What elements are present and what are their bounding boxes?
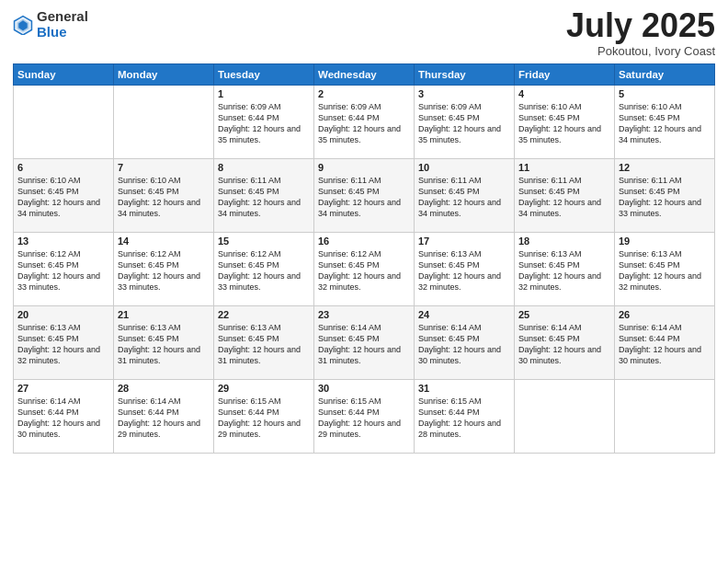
day-number: 20	[17, 309, 109, 320]
page: General Blue July 2025 Pokoutou, Ivory C…	[0, 0, 728, 563]
calendar-cell: 27Sunrise: 6:14 AM Sunset: 6:44 PM Dayli…	[14, 380, 114, 454]
calendar-week-2: 6Sunrise: 6:10 AM Sunset: 6:45 PM Daylig…	[14, 159, 715, 233]
calendar-week-4: 20Sunrise: 6:13 AM Sunset: 6:45 PM Dayli…	[14, 306, 715, 380]
cell-details: Sunrise: 6:13 AM Sunset: 6:45 PM Dayligh…	[518, 248, 610, 293]
day-number: 8	[218, 162, 310, 173]
cell-details: Sunrise: 6:13 AM Sunset: 6:45 PM Dayligh…	[17, 322, 109, 367]
day-number: 4	[518, 88, 610, 99]
day-number: 10	[418, 162, 510, 173]
cell-details: Sunrise: 6:11 AM Sunset: 6:45 PM Dayligh…	[518, 175, 610, 220]
cell-details: Sunrise: 6:14 AM Sunset: 6:45 PM Dayligh…	[318, 322, 410, 367]
calendar-header-thursday: Thursday	[415, 64, 515, 86]
calendar-cell: 17Sunrise: 6:13 AM Sunset: 6:45 PM Dayli…	[415, 233, 515, 306]
calendar-cell: 22Sunrise: 6:13 AM Sunset: 6:45 PM Dayli…	[214, 306, 314, 380]
cell-details: Sunrise: 6:14 AM Sunset: 6:44 PM Dayligh…	[619, 322, 711, 367]
calendar-cell: 10Sunrise: 6:11 AM Sunset: 6:45 PM Dayli…	[415, 159, 515, 233]
calendar-cell: 19Sunrise: 6:13 AM Sunset: 6:45 PM Dayli…	[615, 233, 715, 306]
cell-details: Sunrise: 6:09 AM Sunset: 6:44 PM Dayligh…	[318, 101, 410, 146]
cell-details: Sunrise: 6:11 AM Sunset: 6:45 PM Dayligh…	[318, 175, 410, 220]
cell-details: Sunrise: 6:13 AM Sunset: 6:45 PM Dayligh…	[418, 248, 510, 293]
cell-details: Sunrise: 6:12 AM Sunset: 6:45 PM Dayligh…	[218, 248, 310, 293]
logo-general: General	[37, 8, 88, 24]
calendar-cell: 24Sunrise: 6:14 AM Sunset: 6:45 PM Dayli…	[415, 306, 515, 380]
logo-icon	[13, 15, 33, 35]
cell-details: Sunrise: 6:10 AM Sunset: 6:45 PM Dayligh…	[17, 175, 109, 220]
day-number: 30	[318, 383, 410, 394]
calendar-cell: 25Sunrise: 6:14 AM Sunset: 6:45 PM Dayli…	[515, 306, 615, 380]
calendar-header-sunday: Sunday	[14, 64, 114, 86]
cell-details: Sunrise: 6:14 AM Sunset: 6:45 PM Dayligh…	[418, 322, 510, 367]
calendar-cell: 26Sunrise: 6:14 AM Sunset: 6:44 PM Dayli…	[615, 306, 715, 380]
title-location: Pokoutou, Ivory Coast	[566, 44, 715, 58]
day-number: 28	[118, 383, 210, 394]
day-number: 27	[17, 383, 109, 394]
cell-details: Sunrise: 6:10 AM Sunset: 6:45 PM Dayligh…	[518, 101, 610, 146]
day-number: 25	[518, 309, 610, 320]
calendar-cell: 14Sunrise: 6:12 AM Sunset: 6:45 PM Dayli…	[114, 233, 214, 306]
day-number: 2	[318, 88, 410, 99]
calendar-cell: 7Sunrise: 6:10 AM Sunset: 6:45 PM Daylig…	[114, 159, 214, 233]
calendar-cell: 30Sunrise: 6:15 AM Sunset: 6:44 PM Dayli…	[314, 380, 415, 454]
calendar-cell: 2Sunrise: 6:09 AM Sunset: 6:44 PM Daylig…	[314, 86, 415, 159]
cell-details: Sunrise: 6:11 AM Sunset: 6:45 PM Dayligh…	[418, 175, 510, 220]
calendar-cell: 12Sunrise: 6:11 AM Sunset: 6:45 PM Dayli…	[615, 159, 715, 233]
cell-details: Sunrise: 6:15 AM Sunset: 6:44 PM Dayligh…	[418, 396, 510, 441]
day-number: 17	[418, 236, 510, 247]
day-number: 9	[318, 162, 410, 173]
day-number: 11	[518, 162, 610, 173]
day-number: 29	[218, 383, 310, 394]
day-number: 22	[218, 309, 310, 320]
logo-text: General Blue	[37, 9, 88, 40]
calendar-cell: 9Sunrise: 6:11 AM Sunset: 6:45 PM Daylig…	[314, 159, 415, 233]
calendar-cell	[515, 380, 615, 454]
calendar-cell: 11Sunrise: 6:11 AM Sunset: 6:45 PM Dayli…	[515, 159, 615, 233]
title-month: July 2025	[566, 9, 715, 42]
calendar-cell: 28Sunrise: 6:14 AM Sunset: 6:44 PM Dayli…	[114, 380, 214, 454]
day-number: 13	[17, 236, 109, 247]
calendar-week-3: 13Sunrise: 6:12 AM Sunset: 6:45 PM Dayli…	[14, 233, 715, 306]
day-number: 15	[218, 236, 310, 247]
calendar-header-saturday: Saturday	[615, 64, 715, 86]
calendar-cell	[14, 86, 114, 159]
cell-details: Sunrise: 6:12 AM Sunset: 6:45 PM Dayligh…	[118, 248, 210, 293]
cell-details: Sunrise: 6:14 AM Sunset: 6:44 PM Dayligh…	[17, 396, 109, 441]
cell-details: Sunrise: 6:13 AM Sunset: 6:45 PM Dayligh…	[118, 322, 210, 367]
logo-blue: Blue	[37, 24, 67, 40]
cell-details: Sunrise: 6:13 AM Sunset: 6:45 PM Dayligh…	[218, 322, 310, 367]
calendar-cell: 1Sunrise: 6:09 AM Sunset: 6:44 PM Daylig…	[214, 86, 314, 159]
day-number: 3	[418, 88, 510, 99]
cell-details: Sunrise: 6:09 AM Sunset: 6:45 PM Dayligh…	[418, 101, 510, 146]
day-number: 1	[218, 88, 310, 99]
day-number: 26	[619, 309, 711, 320]
calendar-cell: 29Sunrise: 6:15 AM Sunset: 6:44 PM Dayli…	[214, 380, 314, 454]
day-number: 19	[619, 236, 711, 247]
calendar-header-monday: Monday	[114, 64, 214, 86]
day-number: 7	[118, 162, 210, 173]
calendar-cell: 21Sunrise: 6:13 AM Sunset: 6:45 PM Dayli…	[114, 306, 214, 380]
calendar-header-row: SundayMondayTuesdayWednesdayThursdayFrid…	[14, 64, 715, 86]
cell-details: Sunrise: 6:14 AM Sunset: 6:45 PM Dayligh…	[518, 322, 610, 367]
calendar-week-1: 1Sunrise: 6:09 AM Sunset: 6:44 PM Daylig…	[14, 86, 715, 159]
day-number: 6	[17, 162, 109, 173]
cell-details: Sunrise: 6:14 AM Sunset: 6:44 PM Dayligh…	[118, 396, 210, 441]
day-number: 18	[518, 236, 610, 247]
calendar-cell: 18Sunrise: 6:13 AM Sunset: 6:45 PM Dayli…	[515, 233, 615, 306]
calendar-cell: 3Sunrise: 6:09 AM Sunset: 6:45 PM Daylig…	[415, 86, 515, 159]
cell-details: Sunrise: 6:15 AM Sunset: 6:44 PM Dayligh…	[218, 396, 310, 441]
calendar-cell: 20Sunrise: 6:13 AM Sunset: 6:45 PM Dayli…	[14, 306, 114, 380]
cell-details: Sunrise: 6:10 AM Sunset: 6:45 PM Dayligh…	[619, 101, 711, 146]
cell-details: Sunrise: 6:11 AM Sunset: 6:45 PM Dayligh…	[218, 175, 310, 220]
header: General Blue July 2025 Pokoutou, Ivory C…	[13, 9, 715, 58]
calendar-cell	[114, 86, 214, 159]
calendar-cell	[615, 380, 715, 454]
calendar-cell: 15Sunrise: 6:12 AM Sunset: 6:45 PM Dayli…	[214, 233, 314, 306]
day-number: 16	[318, 236, 410, 247]
cell-details: Sunrise: 6:12 AM Sunset: 6:45 PM Dayligh…	[17, 248, 109, 293]
calendar-header-friday: Friday	[515, 64, 615, 86]
day-number: 5	[619, 88, 711, 99]
cell-details: Sunrise: 6:10 AM Sunset: 6:45 PM Dayligh…	[118, 175, 210, 220]
day-number: 24	[418, 309, 510, 320]
calendar-cell: 6Sunrise: 6:10 AM Sunset: 6:45 PM Daylig…	[14, 159, 114, 233]
day-number: 12	[619, 162, 711, 173]
calendar-header-tuesday: Tuesday	[214, 64, 314, 86]
